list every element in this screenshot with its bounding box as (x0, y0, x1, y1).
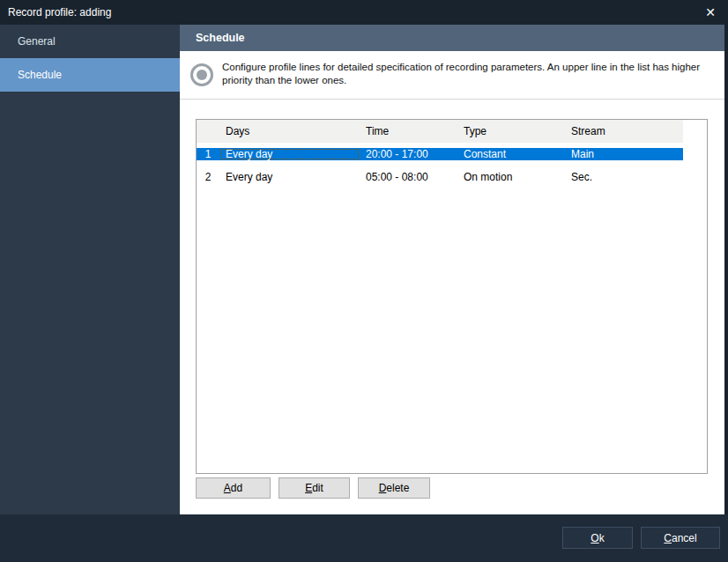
ok-button-label: Ok (591, 532, 604, 544)
column-header-stream[interactable]: Stream (565, 120, 683, 143)
cancel-button[interactable]: Cancel (641, 527, 720, 549)
add-button-label: Add (224, 482, 242, 494)
cancel-button-label: Cancel (664, 532, 696, 544)
ok-button[interactable]: Ok (562, 527, 633, 549)
row-stream: Sec. (565, 171, 683, 183)
close-icon[interactable]: ✕ (699, 0, 722, 25)
schedule-table: Days Time Type Stream 1 Every day 20:00 … (196, 119, 708, 474)
row-time: 20:00 - 17:00 (360, 148, 457, 160)
row-stream: Main (565, 148, 683, 160)
window-title: Record profile: adding (0, 6, 111, 18)
page-title: Schedule (180, 25, 724, 51)
table-row[interactable]: 2 Every day 05:00 - 08:00 On motion Sec. (197, 166, 707, 189)
description-text: Configure profile lines for detailed spe… (222, 61, 716, 87)
record-dot (197, 70, 207, 80)
row-type: Constant (457, 148, 565, 160)
window-border-right (724, 25, 728, 514)
sidebar-item-general[interactable]: General (0, 25, 180, 58)
column-header-type[interactable]: Type (457, 120, 565, 143)
row-days: Every day (219, 148, 360, 160)
add-button[interactable]: Add (196, 477, 271, 499)
footer-bar: Ok Cancel (0, 514, 728, 562)
column-header-number (197, 120, 219, 143)
table-row[interactable]: 1 Every day 20:00 - 17:00 Constant Main (197, 143, 707, 166)
edit-button[interactable]: Edit (279, 477, 350, 499)
row-time: 05:00 - 08:00 (360, 171, 457, 183)
sidebar-item-schedule[interactable]: Schedule (0, 58, 180, 92)
table-header-row: Days Time Type Stream (197, 120, 707, 143)
edit-button-label: Edit (305, 482, 323, 494)
row-type: On motion (457, 171, 565, 183)
delete-button[interactable]: Delete (358, 477, 430, 499)
row-days: Every day (219, 171, 360, 183)
row-number: 1 (197, 148, 219, 160)
sidebar: General Schedule (0, 25, 180, 514)
delete-button-label: Delete (379, 482, 410, 494)
column-header-time[interactable]: Time (360, 120, 457, 143)
title-bar: Record profile: adding ✕ (0, 0, 728, 25)
content-panel: Schedule Configure profile lines for det… (180, 25, 724, 514)
record-circle-icon (190, 63, 213, 86)
column-header-days[interactable]: Days (219, 120, 360, 143)
row-number: 2 (197, 171, 219, 183)
description-section: Configure profile lines for detailed spe… (180, 51, 724, 100)
